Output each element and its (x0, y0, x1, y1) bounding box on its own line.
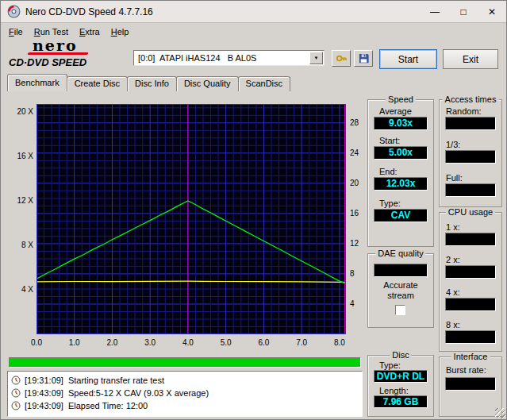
log-entry: [19:43:09] Elapsed Time: 12:00 (11, 399, 359, 412)
end-label: End: (379, 167, 398, 176)
accurate-stream-checkbox[interactable] (395, 305, 405, 315)
axis-tick-label: 3.0 (140, 338, 160, 347)
axis-tick-label: 4 (350, 299, 367, 308)
cpu-1x-value (445, 233, 496, 246)
start-button[interactable]: Start (379, 49, 437, 69)
eject-key-button[interactable] (332, 50, 351, 67)
axis-tick-label: 12 (350, 239, 367, 248)
cpu-2x-value (445, 265, 496, 279)
nero-swoosh-icon (27, 52, 88, 55)
minimize-icon[interactable]: — (421, 1, 449, 22)
cpu-1x-label: 1 x: (446, 222, 460, 232)
end-value: 12.03x (374, 177, 428, 191)
progress-fill (10, 358, 360, 367)
chevron-down-icon[interactable]: ▼ (309, 52, 323, 64)
axis-tick-label: 16 (350, 209, 367, 218)
axis-tick-label: 5.0 (216, 338, 236, 347)
disc-panel: Disc Type: DVD+R DL Length: 7.96 GB (367, 355, 434, 417)
speed-type-value: CAV (374, 209, 428, 222)
close-icon[interactable]: ✕ (478, 1, 506, 22)
accurate-stream-label-2: stream (387, 291, 414, 300)
save-button[interactable] (354, 50, 373, 67)
log-entry: [19:43:09] Speed:5-12 X CAV (9.03 X aver… (11, 387, 359, 399)
tab-strip: Benchmark Create Disc Disc Info Disc Qua… (7, 75, 290, 91)
axis-tick-label: 20 (350, 179, 367, 187)
chart-area: 4 X8 X12 X16 X20 X4812162024280.01.02.03… (7, 94, 366, 356)
nero-logo: nero CD·DVD SPEED (9, 39, 129, 71)
full-value (445, 183, 496, 197)
start-value: 5.00x (374, 146, 428, 160)
drive-select-value: [0:0] ATAPI iHAS124 B AL0S (134, 53, 309, 63)
disc-panel-title: Disc (390, 350, 411, 360)
axis-tick-label: 7.0 (291, 338, 312, 347)
log-timestamp: [19:43:09] (25, 388, 63, 398)
access-times-title: Access times (443, 94, 499, 104)
drive-select[interactable]: [0:0] ATAPI iHAS124 B AL0S ▼ (133, 50, 325, 66)
axis-tick-label: 20 X (8, 107, 33, 116)
log-timestamp: [19:43:09] (25, 401, 63, 410)
cpu-usage-title: CPU usage (446, 207, 495, 217)
start-label: Start: (379, 136, 400, 145)
tab-disc-quality[interactable]: Disc Quality (176, 76, 239, 91)
average-label: Average (379, 106, 412, 116)
cpu-4x-value (445, 298, 496, 311)
axis-tick-label: 2.0 (102, 338, 122, 347)
menu-extra[interactable]: Extra (74, 25, 106, 38)
cpu-8x-value (445, 330, 496, 344)
clock-icon (11, 388, 21, 398)
progress-bar (9, 357, 361, 368)
average-value: 9.03x (374, 117, 428, 130)
log-message: Elapsed Time: 12:00 (68, 401, 148, 410)
disc-type-label: Type: (379, 360, 401, 370)
random-value (445, 117, 496, 130)
one-third-label: 1/3: (446, 140, 460, 149)
nero-brand-text: nero (33, 39, 129, 52)
cpu-8x-label: 8 x: (446, 320, 460, 329)
log-message: Speed:5-12 X CAV (9.03 X average) (68, 388, 209, 398)
axis-tick-label: 8.0 (329, 338, 350, 347)
title-bar: Nero CD-DVD Speed 4.7.7.16 — □ ✕ (1, 1, 506, 23)
axis-tick-label: 6.0 (253, 338, 274, 347)
benchmark-plot (36, 104, 346, 334)
axis-tick-label: 1.0 (64, 338, 85, 347)
disc-length-value: 7.96 GB (374, 395, 428, 408)
speed-panel: Speed Average 9.03x Start: 5.00x End: 12… (367, 99, 434, 247)
dae-quality-value (374, 264, 428, 277)
axis-tick-label: 28 (350, 118, 367, 127)
burst-rate-label: Burst rate: (446, 365, 486, 375)
speed-type-label: Type: (379, 198, 401, 208)
clock-icon (11, 401, 21, 410)
window-title: Nero CD-DVD Speed 4.7.7.16 (25, 6, 153, 17)
axis-tick-label: 0.0 (26, 338, 47, 347)
axis-tick-label: 4.0 (178, 338, 198, 347)
speed-panel-title: Speed (386, 94, 416, 104)
axis-tick-label: 4 X (8, 285, 33, 294)
interface-title: Interface (451, 352, 490, 361)
maximize-icon[interactable]: □ (449, 1, 478, 22)
one-third-value (445, 150, 496, 164)
exit-button[interactable]: Exit (443, 49, 498, 69)
resize-grip[interactable] (495, 408, 505, 418)
disc-type-value: DVD+R DL (374, 370, 428, 383)
cpu-4x-label: 4 x: (446, 287, 460, 297)
clock-icon (11, 376, 21, 385)
log-entry: [19:31:09] Starting transfer rate test (11, 374, 359, 387)
tab-scandisc[interactable]: ScanDisc (238, 76, 290, 91)
random-label: Random: (446, 106, 482, 116)
axis-tick-label: 16 X (8, 152, 33, 160)
key-icon (336, 52, 348, 64)
window-controls: — □ ✕ (421, 1, 506, 22)
tab-disc-info[interactable]: Disc Info (127, 76, 177, 91)
dae-quality-title: DAE quality (375, 249, 425, 258)
menu-help[interactable]: Help (106, 25, 135, 38)
floppy-icon (358, 52, 370, 64)
disc-length-label: Length: (379, 386, 409, 395)
axis-tick-label: 8 (350, 269, 367, 278)
accurate-stream-label-1: Accurate (383, 280, 417, 290)
menu-file[interactable]: File (3, 25, 29, 38)
tab-create-disc[interactable]: Create Disc (67, 76, 128, 91)
burst-rate-value (445, 377, 496, 391)
log-panel: [19:31:09] Starting transfer rate test [… (7, 371, 363, 417)
tab-benchmark[interactable]: Benchmark (7, 74, 67, 91)
cpu-usage-panel: CPU usage 1 x: 2 x: 4 x: 8 x: (439, 212, 502, 352)
